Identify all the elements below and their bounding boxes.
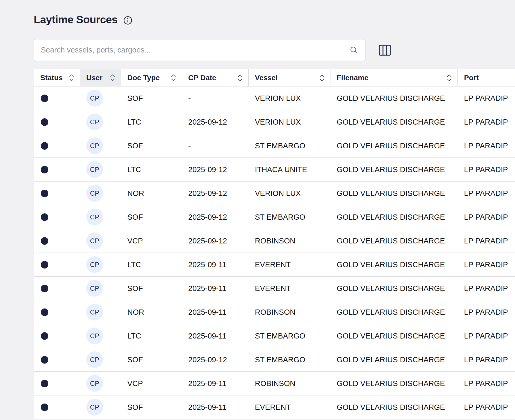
- cell-status: [34, 158, 80, 181]
- table-row[interactable]: CPLTC2025-09-11EVERENTGOLD VELARIUS DISC…: [34, 253, 515, 277]
- cell-doc_type: LTC: [121, 253, 182, 276]
- page-title: Laytime Sources: [34, 14, 118, 26]
- cell-vessel: ST EMBARGO: [249, 205, 330, 229]
- column-header-port[interactable]: Port: [458, 69, 515, 86]
- cell-vessel: ROBINSON: [249, 229, 330, 253]
- cell-filename: GOLD VELARIUS DISCHARGE: [330, 229, 458, 253]
- cell-vessel: VERION LUX: [249, 110, 330, 134]
- status-dot: [41, 261, 48, 269]
- cell-filename: GOLD VELARIUS DISCHARGE: [330, 348, 458, 371]
- cell-vessel: VERION LUX: [249, 86, 330, 110]
- cell-filename: GOLD VELARIUS DISCHARGE: [330, 395, 458, 419]
- status-dot: [41, 285, 48, 292]
- cell-port: LP PARADIP: [458, 372, 515, 395]
- cell-filename: GOLD VELARIUS DISCHARGE: [330, 253, 458, 276]
- user-avatar-badge: CP: [86, 137, 103, 154]
- cell-user: CP: [80, 300, 121, 324]
- cell-user: CP: [80, 372, 121, 395]
- status-dot: [41, 308, 48, 316]
- sort-icon[interactable]: [68, 74, 75, 82]
- status-dot: [41, 142, 48, 150]
- cell-port: LP PARADIP: [458, 110, 515, 134]
- search-input[interactable]: [41, 46, 350, 54]
- cell-cp_date: 2025-09-11: [182, 300, 249, 324]
- search-toolbar: [34, 39, 393, 61]
- table-row[interactable]: CPSOF-VERION LUXGOLD VELARIUS DISCHARGEL…: [34, 86, 515, 110]
- cell-vessel: ITHACA UNITE: [249, 158, 330, 181]
- cell-cp_date: 2025-09-12: [182, 182, 249, 205]
- cell-cp_date: 2025-09-12: [182, 110, 249, 134]
- column-header-filename[interactable]: Filename: [330, 69, 458, 86]
- cell-port: LP PARADIP: [458, 300, 515, 324]
- table-row[interactable]: CPLTC2025-09-12ITHACA UNITEGOLD VELARIUS…: [34, 158, 515, 182]
- cell-filename: GOLD VELARIUS DISCHARGE: [330, 158, 458, 181]
- cell-cp_date: -: [182, 134, 249, 158]
- cell-doc_type: SOF: [121, 277, 182, 300]
- columns-icon: [379, 45, 391, 56]
- sort-icon[interactable]: [237, 74, 243, 82]
- column-label: Filename: [337, 74, 368, 82]
- table-row[interactable]: CPNOR2025-09-11ROBINSONGOLD VELARIUS DIS…: [34, 300, 515, 324]
- user-avatar-badge: CP: [86, 280, 103, 297]
- info-icon[interactable]: [123, 16, 132, 25]
- cell-port: LP PARADIP: [458, 182, 515, 205]
- cell-doc_type: SOF: [121, 134, 182, 158]
- cell-user: CP: [80, 395, 121, 419]
- status-dot: [41, 356, 48, 364]
- table-row[interactable]: CPSOF2025-09-11EVERENTGOLD VELARIUS DISC…: [34, 395, 515, 419]
- sort-icon[interactable]: [110, 74, 116, 82]
- table-row[interactable]: CPNOR2025-09-12VERION LUXGOLD VELARIUS D…: [34, 182, 515, 205]
- table-row[interactable]: CPLTC2025-09-12VERION LUXGOLD VELARIUS D…: [34, 110, 515, 134]
- table-row[interactable]: CPSOF2025-09-12ST EMBARGOGOLD VELARIUS D…: [34, 205, 515, 229]
- table-row[interactable]: CPVCP2025-09-11ROBINSONGOLD VELARIUS DIS…: [34, 372, 515, 395]
- table-row[interactable]: CPVCP2025-09-12ROBINSONGOLD VELARIUS DIS…: [34, 229, 515, 253]
- cell-vessel: EVERENT: [249, 253, 330, 276]
- cell-user: CP: [80, 158, 121, 181]
- cell-vessel: EVERENT: [249, 395, 330, 419]
- cell-user: CP: [80, 253, 121, 276]
- user-avatar-badge: CP: [86, 185, 103, 202]
- table-row[interactable]: CPLTC2025-09-11ST EMBARGOGOLD VELARIUS D…: [34, 324, 515, 348]
- cell-user: CP: [80, 205, 121, 229]
- status-dot: [41, 237, 48, 245]
- search-icon[interactable]: [350, 46, 358, 55]
- cell-doc_type: SOF: [121, 395, 182, 419]
- search-box: [34, 39, 365, 61]
- column-header-cp_date[interactable]: CP Date: [182, 69, 249, 86]
- column-header-doc_type[interactable]: Doc Type: [121, 69, 182, 86]
- sort-icon[interactable]: [319, 74, 325, 82]
- sort-icon[interactable]: [170, 74, 176, 82]
- user-avatar-badge: CP: [86, 375, 103, 392]
- user-avatar-badge: CP: [86, 256, 103, 273]
- page-header: Laytime Sources: [34, 14, 132, 26]
- cell-port: LP PARADIP: [458, 86, 515, 110]
- cell-filename: GOLD VELARIUS DISCHARGE: [330, 86, 458, 110]
- sort-icon[interactable]: [446, 74, 452, 82]
- cell-status: [34, 395, 80, 419]
- user-avatar-badge: CP: [86, 90, 103, 107]
- cell-port: LP PARADIP: [458, 134, 515, 158]
- column-settings-button[interactable]: [377, 42, 393, 58]
- user-avatar-badge: CP: [86, 328, 103, 344]
- table-row[interactable]: CPSOF2025-09-11EVERENTGOLD VELARIUS DISC…: [34, 277, 515, 300]
- cell-port: LP PARADIP: [458, 395, 515, 419]
- status-dot: [41, 95, 48, 102]
- cell-status: [34, 253, 80, 276]
- cell-user: CP: [80, 182, 121, 205]
- table-row[interactable]: CPSOF2025-09-12ST EMBARGOGOLD VELARIUS D…: [34, 348, 515, 372]
- cell-user: CP: [80, 277, 121, 300]
- cell-doc_type: LTC: [121, 324, 182, 348]
- column-label: Status: [40, 74, 63, 82]
- column-header-vessel[interactable]: Vessel: [249, 69, 330, 86]
- column-header-status[interactable]: Status: [34, 69, 80, 86]
- cell-doc_type: SOF: [121, 348, 182, 371]
- cell-cp_date: -: [182, 86, 249, 110]
- column-header-user[interactable]: User: [80, 69, 121, 86]
- cell-status: [34, 300, 80, 324]
- cell-vessel: VERION LUX: [249, 182, 330, 205]
- table-row[interactable]: CPSOF-ST EMBARGOGOLD VELARIUS DISCHARGEL…: [34, 134, 515, 158]
- user-avatar-badge: CP: [86, 161, 103, 178]
- cell-cp_date: 2025-09-12: [182, 229, 249, 253]
- user-avatar-badge: CP: [86, 114, 103, 130]
- cell-user: CP: [80, 348, 121, 371]
